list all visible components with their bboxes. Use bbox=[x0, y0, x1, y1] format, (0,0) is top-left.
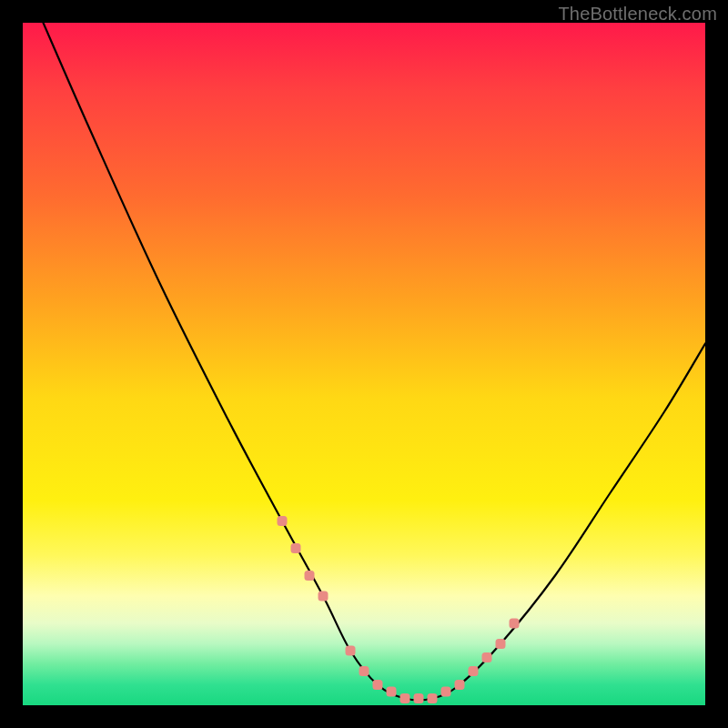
highlight-dot bbox=[469, 666, 479, 676]
highlight-dot bbox=[373, 680, 383, 690]
highlight-dot bbox=[428, 693, 438, 703]
highlight-dot bbox=[291, 543, 301, 553]
watermark-text: TheBottleneck.com bbox=[558, 4, 717, 25]
highlight-dot bbox=[387, 687, 397, 697]
highlight-dot bbox=[496, 639, 506, 649]
chart-plot-area bbox=[23, 23, 705, 705]
bottleneck-chart-svg bbox=[23, 23, 705, 705]
highlight-dot bbox=[305, 571, 315, 581]
highlight-dot bbox=[359, 666, 369, 676]
highlight-dot bbox=[510, 619, 520, 629]
bottleneck-curve-line bbox=[44, 23, 706, 701]
highlight-dot bbox=[346, 646, 356, 656]
highlight-dot-group bbox=[278, 516, 520, 703]
highlight-dot bbox=[400, 693, 410, 703]
highlight-dot bbox=[482, 652, 492, 662]
highlight-dot bbox=[441, 687, 451, 697]
highlight-dot bbox=[318, 592, 329, 602]
highlight-dot bbox=[414, 693, 424, 703]
highlight-dot bbox=[455, 680, 465, 690]
highlight-dot bbox=[278, 516, 288, 526]
